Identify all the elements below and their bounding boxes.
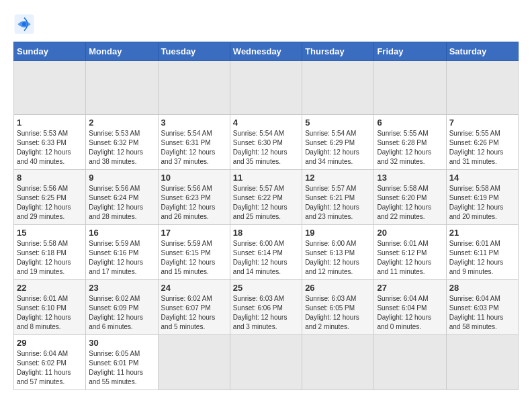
- calendar-cell-w3d6: 21 Sunrise: 6:01 AMSunset: 6:11 PMDaylig…: [446, 225, 518, 280]
- day-detail: Sunrise: 6:04 AMSunset: 6:04 PMDaylight:…: [377, 294, 443, 332]
- day-number: 23: [89, 283, 154, 293]
- day-detail: Sunrise: 6:00 AMSunset: 6:13 PMDaylight:…: [305, 239, 371, 277]
- calendar-week-1: 1 Sunrise: 5:53 AMSunset: 6:33 PMDayligh…: [14, 115, 519, 170]
- day-number: 6: [377, 118, 443, 128]
- calendar-cell-w2d0: 8 Sunrise: 5:56 AMSunset: 6:25 PMDayligh…: [14, 170, 86, 225]
- calendar-cell-w3d4: 19 Sunrise: 6:00 AMSunset: 6:13 PMDaylig…: [302, 225, 374, 280]
- day-number: 14: [449, 173, 515, 183]
- header-tuesday: Tuesday: [158, 42, 230, 61]
- day-detail: Sunrise: 6:05 AMSunset: 6:01 PMDaylight:…: [89, 349, 154, 387]
- day-detail: Sunrise: 5:55 AMSunset: 6:28 PMDaylight:…: [377, 129, 443, 167]
- day-number: 28: [449, 283, 515, 293]
- calendar-cell-w1d0: 1 Sunrise: 5:53 AMSunset: 6:33 PMDayligh…: [14, 115, 86, 170]
- day-detail: Sunrise: 5:54 AMSunset: 6:30 PMDaylight:…: [233, 129, 299, 167]
- day-detail: Sunrise: 5:59 AMSunset: 6:15 PMDaylight:…: [161, 239, 227, 277]
- day-number: 7: [449, 118, 515, 128]
- calendar-cell-w4d4: 26 Sunrise: 6:03 AMSunset: 6:05 PMDaylig…: [302, 280, 374, 335]
- header-wednesday: Wednesday: [230, 42, 302, 61]
- day-number: 12: [305, 173, 371, 183]
- day-detail: Sunrise: 5:56 AMSunset: 6:24 PMDaylight:…: [89, 184, 154, 222]
- day-detail: Sunrise: 5:57 AMSunset: 6:21 PMDaylight:…: [305, 184, 371, 222]
- svg-point-1: [22, 22, 26, 26]
- day-number: 16: [89, 228, 154, 238]
- day-number: 15: [17, 228, 83, 238]
- day-detail: Sunrise: 5:58 AMSunset: 6:18 PMDaylight:…: [17, 239, 83, 277]
- day-detail: Sunrise: 5:53 AMSunset: 6:32 PMDaylight:…: [89, 129, 154, 167]
- day-number: 8: [17, 173, 83, 183]
- calendar-cell-w2d5: 13 Sunrise: 5:58 AMSunset: 6:20 PMDaylig…: [374, 170, 446, 225]
- day-number: 2: [89, 118, 154, 128]
- day-number: 20: [377, 228, 443, 238]
- calendar-cell-w3d1: 16 Sunrise: 5:59 AMSunset: 6:16 PMDaylig…: [86, 225, 158, 280]
- calendar-cell-w5d6: [446, 335, 518, 390]
- calendar-cell-w4d0: 22 Sunrise: 6:01 AMSunset: 6:10 PMDaylig…: [14, 280, 86, 335]
- day-detail: Sunrise: 6:03 AMSunset: 6:05 PMDaylight:…: [305, 294, 371, 332]
- day-detail: Sunrise: 5:55 AMSunset: 6:26 PMDaylight:…: [449, 129, 515, 167]
- calendar-cell-w3d3: 18 Sunrise: 6:00 AMSunset: 6:14 PMDaylig…: [230, 225, 302, 280]
- calendar-cell-w0d2: [158, 61, 230, 115]
- day-number: 19: [305, 228, 371, 238]
- calendar-cell-w2d2: 10 Sunrise: 5:56 AMSunset: 6:23 PMDaylig…: [158, 170, 230, 225]
- day-number: 25: [233, 283, 299, 293]
- day-detail: Sunrise: 6:01 AMSunset: 6:10 PMDaylight:…: [17, 294, 83, 332]
- calendar-week-2: 8 Sunrise: 5:56 AMSunset: 6:25 PMDayligh…: [14, 170, 519, 225]
- calendar-cell-w0d1: [86, 61, 158, 115]
- calendar-cell-w3d2: 17 Sunrise: 5:59 AMSunset: 6:15 PMDaylig…: [158, 225, 230, 280]
- day-number: 29: [17, 338, 83, 348]
- calendar-cell-w5d0: 29 Sunrise: 6:04 AMSunset: 6:02 PMDaylig…: [14, 335, 86, 390]
- calendar-cell-w1d2: 3 Sunrise: 5:54 AMSunset: 6:31 PMDayligh…: [158, 115, 230, 170]
- day-number: 4: [233, 118, 299, 128]
- calendar-cell-w2d3: 11 Sunrise: 5:57 AMSunset: 6:22 PMDaylig…: [230, 170, 302, 225]
- day-number: 24: [161, 283, 227, 293]
- calendar-cell-w5d5: [374, 335, 446, 390]
- day-detail: Sunrise: 6:04 AMSunset: 6:02 PMDaylight:…: [17, 349, 83, 387]
- day-detail: Sunrise: 5:58 AMSunset: 6:19 PMDaylight:…: [449, 184, 515, 222]
- logo-icon: [13, 13, 35, 35]
- calendar-cell-w0d5: [374, 61, 446, 115]
- day-number: 10: [161, 173, 227, 183]
- calendar-cell-w1d3: 4 Sunrise: 5:54 AMSunset: 6:30 PMDayligh…: [230, 115, 302, 170]
- day-number: 3: [161, 118, 227, 128]
- calendar-header-row: SundayMondayTuesdayWednesdayThursdayFrid…: [14, 42, 519, 61]
- calendar-table: SundayMondayTuesdayWednesdayThursdayFrid…: [13, 42, 519, 390]
- day-detail: Sunrise: 6:01 AMSunset: 6:11 PMDaylight:…: [449, 239, 515, 277]
- calendar-cell-w2d1: 9 Sunrise: 5:56 AMSunset: 6:24 PMDayligh…: [86, 170, 158, 225]
- calendar-cell-w4d2: 24 Sunrise: 6:02 AMSunset: 6:07 PMDaylig…: [158, 280, 230, 335]
- day-number: 27: [377, 283, 443, 293]
- header-friday: Friday: [374, 42, 446, 61]
- day-detail: Sunrise: 5:54 AMSunset: 6:31 PMDaylight:…: [161, 129, 227, 167]
- header-saturday: Saturday: [446, 42, 518, 61]
- calendar-cell-w4d1: 23 Sunrise: 6:02 AMSunset: 6:09 PMDaylig…: [86, 280, 158, 335]
- calendar-cell-w1d6: 7 Sunrise: 5:55 AMSunset: 6:26 PMDayligh…: [446, 115, 518, 170]
- calendar-week-4: 22 Sunrise: 6:01 AMSunset: 6:10 PMDaylig…: [14, 280, 519, 335]
- day-detail: Sunrise: 5:54 AMSunset: 6:29 PMDaylight:…: [305, 129, 371, 167]
- day-number: 30: [89, 338, 154, 348]
- calendar-cell-w5d4: [302, 335, 374, 390]
- day-number: 18: [233, 228, 299, 238]
- logo: [13, 13, 38, 35]
- day-detail: Sunrise: 6:02 AMSunset: 6:07 PMDaylight:…: [161, 294, 227, 332]
- header-monday: Monday: [86, 42, 158, 61]
- calendar-cell-w2d4: 12 Sunrise: 5:57 AMSunset: 6:21 PMDaylig…: [302, 170, 374, 225]
- calendar-cell-w5d3: [230, 335, 302, 390]
- calendar-cell-w5d1: 30 Sunrise: 6:05 AMSunset: 6:01 PMDaylig…: [86, 335, 158, 390]
- day-detail: Sunrise: 6:00 AMSunset: 6:14 PMDaylight:…: [233, 239, 299, 277]
- day-detail: Sunrise: 5:58 AMSunset: 6:20 PMDaylight:…: [377, 184, 443, 222]
- day-detail: Sunrise: 5:59 AMSunset: 6:16 PMDaylight:…: [89, 239, 154, 277]
- calendar-cell-w1d4: 5 Sunrise: 5:54 AMSunset: 6:29 PMDayligh…: [302, 115, 374, 170]
- calendar-cell-w1d5: 6 Sunrise: 5:55 AMSunset: 6:28 PMDayligh…: [374, 115, 446, 170]
- calendar-cell-w0d0: [14, 61, 86, 115]
- header-sunday: Sunday: [14, 42, 86, 61]
- day-number: 13: [377, 173, 443, 183]
- calendar-cell-w1d1: 2 Sunrise: 5:53 AMSunset: 6:32 PMDayligh…: [86, 115, 158, 170]
- day-number: 9: [89, 173, 154, 183]
- calendar-cell-w0d3: [230, 61, 302, 115]
- day-detail: Sunrise: 5:53 AMSunset: 6:33 PMDaylight:…: [17, 129, 83, 167]
- day-number: 26: [305, 283, 371, 293]
- day-number: 5: [305, 118, 371, 128]
- day-detail: Sunrise: 5:57 AMSunset: 6:22 PMDaylight:…: [233, 184, 299, 222]
- calendar-week-5: 29 Sunrise: 6:04 AMSunset: 6:02 PMDaylig…: [14, 335, 519, 390]
- calendar-cell-w0d4: [302, 61, 374, 115]
- calendar-cell-w3d0: 15 Sunrise: 5:58 AMSunset: 6:18 PMDaylig…: [14, 225, 86, 280]
- calendar-cell-w5d2: [158, 335, 230, 390]
